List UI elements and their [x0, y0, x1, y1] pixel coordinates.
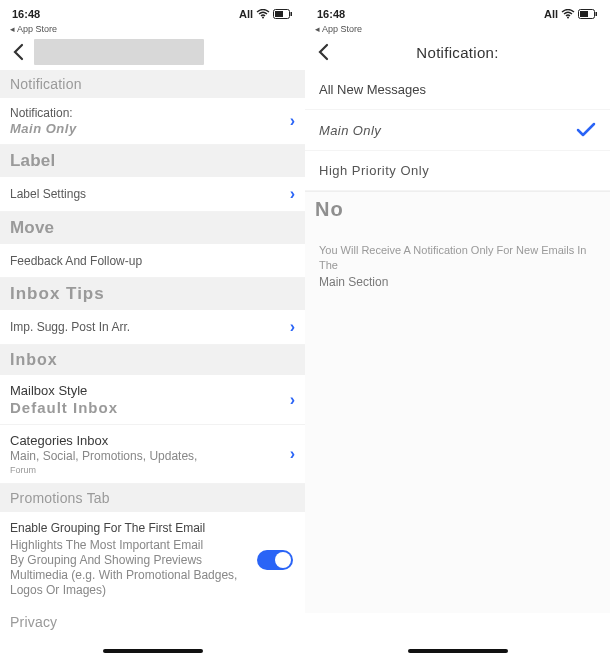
explain-line2: Main Section	[319, 275, 388, 289]
svg-point-0	[262, 17, 264, 19]
option-all-new[interactable]: All New Messages	[305, 70, 610, 110]
svg-point-4	[567, 17, 569, 19]
chevron-right-icon: ›	[281, 445, 295, 463]
desc-line4: Logos Or Images)	[10, 583, 295, 598]
label: Enable Grouping For The First Email	[10, 520, 295, 536]
checkmark-icon	[576, 122, 596, 138]
status-carrier: All	[544, 8, 558, 20]
status-bar: 16:48 All	[0, 4, 305, 24]
svg-rect-6	[596, 12, 598, 16]
battery-icon	[273, 9, 293, 19]
chevron-right-icon: ›	[281, 318, 295, 336]
chevron-right-icon: ›	[281, 185, 295, 203]
label: High Priority Only	[319, 163, 429, 178]
notification-detail-screen: 16:48 All ◂ App Store Notification: All …	[305, 0, 610, 659]
label: Label Settings	[10, 187, 86, 201]
label: Mailbox Style	[10, 383, 281, 398]
section-inbox: Inbox	[0, 345, 305, 375]
row-feedback[interactable]: Feedback And Follow-up	[0, 244, 305, 278]
status-time: 16:48	[317, 8, 345, 20]
settings-screen: 16:48 All ◂ App Store Notification Notif…	[0, 0, 305, 659]
option-high-priority[interactable]: High Priority Only	[305, 151, 610, 191]
explanation: You Will Receive A Notification Only For…	[305, 227, 610, 293]
nav-bar	[0, 34, 305, 70]
status-right: All	[239, 8, 293, 20]
grouping-toggle[interactable]	[257, 550, 293, 570]
label: No	[315, 198, 344, 220]
section-inbox-tips: Inbox Tips	[0, 278, 305, 310]
status-carrier: All	[239, 8, 253, 20]
value-line1: Main, Social, Promotions, Updates,	[10, 449, 281, 464]
label: All New Messages	[319, 82, 426, 97]
wifi-icon	[256, 9, 270, 19]
label: Notification:	[10, 106, 281, 120]
row-notification[interactable]: Notification: Main Only ›	[0, 98, 305, 145]
option-main-only[interactable]: Main Only	[305, 110, 610, 151]
row-imp-sugg[interactable]: Imp. Sugg. Post In Arr. ›	[0, 310, 305, 345]
value: Default Inbox	[10, 399, 281, 416]
section-promotions: Promotions Tab	[0, 484, 305, 512]
label: Feedback And Follow-up	[10, 254, 142, 268]
back-button[interactable]	[8, 41, 30, 63]
section-move: Move	[0, 212, 305, 244]
svg-rect-3	[275, 11, 283, 17]
home-indicator	[103, 649, 203, 653]
status-bar: 16:48 All	[305, 4, 610, 24]
page-title: Notification:	[305, 44, 610, 61]
label: Imp. Sugg. Post In Arr.	[10, 320, 130, 334]
nav-bar: Notification:	[305, 34, 610, 70]
label: Categories Inbox	[10, 433, 281, 448]
row-enable-grouping[interactable]: Enable Grouping For The First Email High…	[0, 512, 305, 608]
desc-line3: Multimedia (e.g. With Promotional Badges…	[10, 568, 295, 583]
chevron-right-icon: ›	[281, 112, 295, 130]
row-label-settings[interactable]: Label Settings ›	[0, 177, 305, 212]
battery-icon	[578, 9, 598, 19]
section-label: Label	[0, 145, 305, 177]
empty-space	[305, 293, 610, 613]
chevron-right-icon: ›	[281, 391, 295, 409]
title-redacted	[34, 39, 204, 65]
section-privacy: Privacy	[0, 608, 305, 636]
desc-line2: By Grouping And Showing Previews	[10, 553, 295, 568]
back-button[interactable]	[313, 41, 335, 63]
section-notification: Notification	[0, 70, 305, 98]
back-to-app-store[interactable]: ◂ App Store	[305, 24, 610, 34]
status-time: 16:48	[12, 8, 40, 20]
back-to-app-store[interactable]: ◂ App Store	[0, 24, 305, 34]
svg-rect-2	[291, 12, 293, 16]
home-indicator	[408, 649, 508, 653]
svg-rect-7	[580, 11, 588, 17]
status-right: All	[544, 8, 598, 20]
row-mailbox-style[interactable]: Mailbox Style Default Inbox ›	[0, 375, 305, 425]
option-no[interactable]: No	[305, 191, 610, 227]
desc-line1: Highlights The Most Important Email	[10, 538, 295, 553]
label: Main Only	[319, 123, 381, 138]
value: Main Only	[10, 121, 281, 136]
value-line2: Forum	[10, 465, 281, 475]
wifi-icon	[561, 9, 575, 19]
explain-line1: You Will Receive A Notification Only For…	[319, 244, 586, 271]
row-categories-inbox[interactable]: Categories Inbox Main, Social, Promotion…	[0, 425, 305, 484]
